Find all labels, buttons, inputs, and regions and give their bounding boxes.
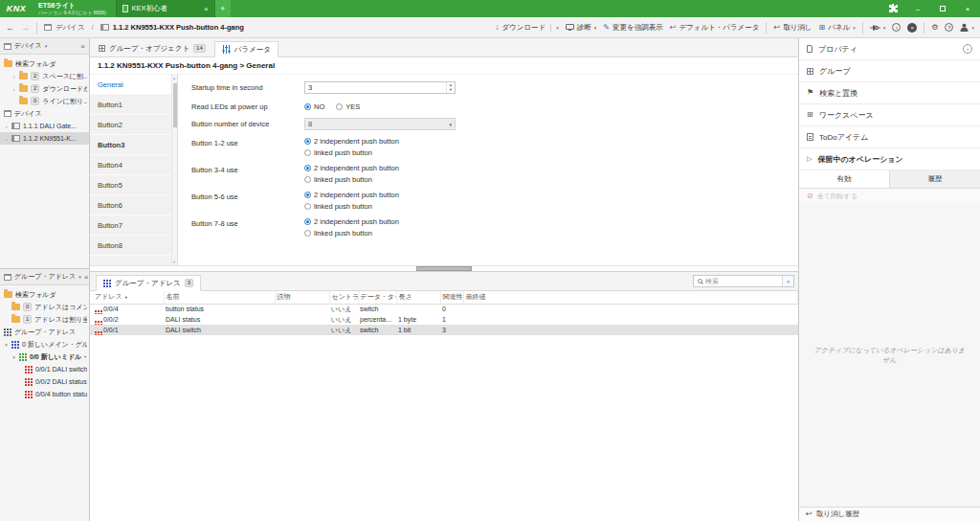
tree-item-device-pushbutton[interactable]: › 1.1.2 KN9551-K...: [0, 132, 89, 145]
download-button[interactable]: ↓ ダウンロード ▾: [495, 23, 558, 33]
tree-item-assigned-addresses[interactable]: 1 アドレスは割り当てられ...: [0, 313, 89, 326]
sidebar-item-workspace[interactable]: ⊞ ワークスペース: [799, 104, 980, 126]
chevron-right-icon[interactable]: ›: [4, 136, 9, 142]
radio-linked[interactable]: linked push button: [304, 229, 399, 238]
nav-item-general[interactable]: General: [90, 75, 171, 95]
tree-item-commented-addresses[interactable]: 0 アドレスはコメント付き...: [0, 301, 89, 313]
tree-item-lines-folder[interactable]: 0 ラインに割り...: [0, 95, 89, 107]
breadcrumb-devices[interactable]: デバイス: [44, 23, 85, 33]
radio-independent[interactable]: 2 independent push button: [304, 137, 399, 146]
col-associations[interactable]: 関連性: [440, 291, 463, 304]
radio-independent[interactable]: 2 independent push button: [304, 217, 399, 226]
chevron-right-icon[interactable]: ›: [4, 124, 9, 129]
chevron-down-icon[interactable]: ▾: [4, 342, 9, 348]
chevron-right-icon[interactable]: ›: [11, 74, 16, 79]
info-button[interactable]: i: [892, 23, 901, 32]
tab-group-addresses[interactable]: グループ・アドレス 3: [96, 275, 201, 291]
tree-item-ga-dali-status[interactable]: 0/0/2 DALI status: [0, 375, 89, 388]
help-button[interactable]: ?: [945, 23, 953, 32]
sidebar-item-find-replace[interactable]: ⚑ 検索と置換: [799, 82, 980, 104]
offline-status-button[interactable]: ×: [907, 23, 917, 33]
maximize-button[interactable]: [930, 0, 955, 17]
nav-item-button8[interactable]: Button8: [90, 236, 171, 256]
radio-linked[interactable]: linked push button: [304, 148, 399, 157]
diagnostics-button[interactable]: 診断 ▾: [566, 23, 597, 33]
tab-parameters[interactable]: パラメータ: [214, 41, 278, 57]
table-search[interactable]: ▾: [693, 275, 794, 287]
connection-button[interactable]: ▾: [870, 24, 886, 32]
extensions-button[interactable]: [880, 0, 905, 17]
radio-yes[interactable]: YES: [336, 102, 360, 111]
tree-item-ga-button-status[interactable]: 0/0/4 button status: [0, 388, 89, 400]
sidebar-item-properties[interactable]: プロパティ ›: [799, 38, 980, 60]
count-badge: 2: [31, 72, 39, 80]
tab-active-operations[interactable]: 有効: [799, 170, 890, 188]
scrollbar[interactable]: [171, 75, 177, 265]
radio-independent[interactable]: 2 independent push button: [304, 164, 399, 172]
nav-item-button7[interactable]: Button7: [90, 215, 171, 236]
chevron-down-icon[interactable]: ▾: [78, 274, 81, 280]
nav-item-button4[interactable]: Button4: [90, 155, 171, 175]
window-close-button[interactable]: ×: [955, 0, 980, 17]
default-parameters-button[interactable]: ↩ デフォルト・パラメータ: [670, 23, 760, 33]
radio-linked[interactable]: linked push button: [304, 175, 399, 184]
tree-item-download-folder[interactable]: › 2 ダウンロードが...: [0, 82, 89, 95]
close-panel-icon[interactable]: ×: [80, 42, 85, 51]
undo-history-button[interactable]: ↩ 取り消し履歴: [799, 507, 980, 521]
sidebar-item-pending-operations[interactable]: ▷ 保留中のオペレーション: [799, 148, 980, 170]
user-button[interactable]: ▾: [960, 23, 974, 32]
radio-no[interactable]: NO: [304, 102, 324, 111]
tree-item-main-group[interactable]: ▾ 0 新しいメイン・グループ: [0, 338, 89, 351]
nav-item-button2[interactable]: Button2: [90, 115, 171, 135]
tree-item-spaces-folder[interactable]: › 2 スペースに割...: [0, 70, 89, 82]
tree-item-middle-group[interactable]: ▾ 0/0 新しいミドル・グループ: [0, 351, 89, 363]
nav-item-button1[interactable]: Button1: [90, 95, 171, 115]
radio-independent[interactable]: 2 independent push button: [304, 191, 399, 199]
search-filter-dropdown[interactable]: ▾: [782, 276, 793, 286]
back-button[interactable]: ←: [6, 23, 14, 33]
chevron-down-icon[interactable]: ▾: [45, 43, 48, 49]
panels-button[interactable]: ⊞ パネル ▾: [819, 23, 856, 33]
project-tab[interactable]: KEX初心者 ×: [116, 0, 215, 17]
nav-item-button3[interactable]: Button3: [90, 135, 171, 155]
col-name[interactable]: 名前: [164, 291, 275, 304]
tab-history[interactable]: 履歴: [890, 170, 980, 188]
nav-item-button5[interactable]: Button5: [90, 175, 171, 195]
undo-button[interactable]: ↩ 取り消し: [773, 23, 812, 33]
col-central[interactable]: セントラル: [329, 291, 358, 304]
radio-linked[interactable]: linked push button: [304, 202, 399, 211]
minimize-button[interactable]: –: [905, 0, 930, 17]
close-tab-icon[interactable]: ×: [204, 5, 209, 13]
scrollbar-thumb[interactable]: [173, 83, 177, 127]
col-datatype[interactable]: データ・タイプ: [358, 291, 396, 304]
tree-item-ga-dali-switch[interactable]: 0/0/1 DALI switch: [0, 363, 89, 375]
chevron-down-icon[interactable]: ▾: [556, 25, 559, 31]
col-length[interactable]: 長さ: [396, 291, 440, 304]
nav-item-button6[interactable]: Button6: [90, 195, 171, 215]
clear-all-button[interactable]: ⊘ 全て削除する: [799, 189, 980, 203]
chevron-down-icon[interactable]: ▾: [11, 354, 16, 360]
startup-time-input[interactable]: 3 ▴ ▾: [304, 81, 456, 94]
settings-button[interactable]: ⚙: [931, 24, 938, 32]
col-description[interactable]: 説明: [275, 291, 329, 304]
chevron-down-icon: ▾: [594, 25, 597, 31]
col-address[interactable]: アドレス▼: [90, 291, 164, 304]
sidebar-item-todo[interactable]: ToDoアイテム: [799, 126, 980, 148]
table-row[interactable]: 0/0/4 button status いいえ switch 0: [90, 304, 798, 314]
tree-item-device-dali-gateway[interactable]: › 1.1.1 DALI Gate...: [0, 120, 89, 132]
forward-button[interactable]: →: [21, 23, 30, 33]
table-row[interactable]: 0/0/2 DALI status いいえ percenta... 1 byte…: [90, 314, 798, 325]
tab-group-objects[interactable]: グループ・オブジェクト 14: [92, 40, 212, 57]
expand-circle-icon[interactable]: ›: [963, 44, 972, 54]
highlight-changes-button[interactable]: ✎ 変更を強調表示: [603, 23, 662, 33]
sidebar-item-group[interactable]: グループ: [799, 60, 980, 82]
new-tab-button[interactable]: +: [215, 0, 231, 17]
close-panel-icon[interactable]: ×: [84, 273, 89, 282]
spinner-down-icon[interactable]: ▾: [450, 88, 452, 93]
chevron-right-icon[interactable]: ›: [11, 86, 16, 92]
breadcrumb-current-device[interactable]: 1.1.2 KN9551-KXX Push-button 4-gang: [100, 23, 244, 32]
table-row-selected[interactable]: 0/0/1 DALI switch いいえ switch 1 bit 3: [90, 325, 798, 335]
col-last-value[interactable]: 最終値: [463, 291, 798, 304]
button-number-dropdown[interactable]: 8 ▾: [304, 118, 456, 130]
search-input[interactable]: [705, 278, 779, 284]
